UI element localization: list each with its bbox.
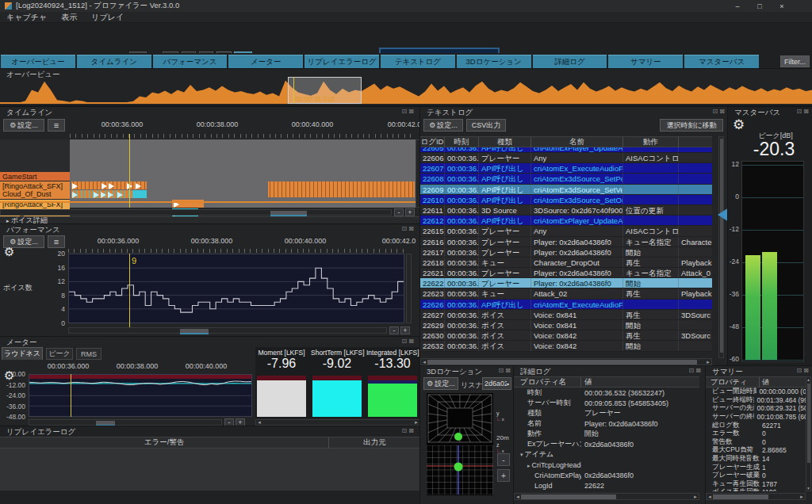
timeline-settings-button[interactable]: ⚙設定... xyxy=(3,119,44,132)
action-column-header[interactable]: 動作 xyxy=(623,137,679,147)
timeline-hscrollbar[interactable] xyxy=(0,209,392,216)
timeline-clip[interactable] xyxy=(133,190,147,198)
detail-log-table[interactable]: 時刻00:00:36.532 (36532247)サーバー時刻00:09:05.… xyxy=(514,388,699,491)
summary-row-ボイス再生回数[interactable]: ボイス再生回数1106 xyxy=(706,488,806,491)
performance-panel-icons[interactable]: ⊡⊠ xyxy=(402,225,416,232)
overview-waveform[interactable] xyxy=(0,78,812,104)
meter-zoom-in-button[interactable]: + xyxy=(236,418,245,426)
log-row-22627[interactable]: 2262700:00:36.549ボイスVoice: 0x841再生3DSour… xyxy=(420,310,712,320)
log-row-22605[interactable]: 2260500:00:36.515API呼び出しcriAtomExPlayer_… xyxy=(420,147,712,153)
loudness-cursor[interactable] xyxy=(71,374,71,417)
scroll-down-icon[interactable]: ▼ xyxy=(806,486,810,491)
summary-header[interactable]: プロパティ 値 xyxy=(706,376,806,388)
menu-replay[interactable]: リプレイ xyxy=(91,12,124,23)
summary-vscrollbar[interactable]: ▲ ▼ xyxy=(806,376,811,491)
kind-column-header[interactable]: 種類 xyxy=(479,137,531,147)
summary-hscrollbar[interactable]: ◄ ► xyxy=(706,493,806,500)
text-log-table-header[interactable]: ログID 時刻 種類 名前 動作 xyxy=(420,136,712,147)
log-row-22616[interactable]: 2261600:00:36.532プレーヤーPlayer: 0x2d6a0438… xyxy=(420,237,712,247)
viewport-3d[interactable] xyxy=(427,393,493,495)
tab-loudness[interactable]: ラウドネス xyxy=(2,347,43,360)
timeline-clip[interactable] xyxy=(268,181,415,197)
value-column-header[interactable]: 値 xyxy=(581,377,592,388)
jump-to-selected-time-button[interactable]: 選択時刻に移動 xyxy=(660,119,723,132)
timeline-cursor[interactable] xyxy=(129,134,130,208)
close-icon[interactable]: ⊠ xyxy=(719,108,726,115)
scroll-right-icon[interactable]: ► xyxy=(799,494,804,499)
log-row-22629[interactable]: 2262900:00:36.549ボイスVoice: 0x841開始 xyxy=(420,320,712,330)
tab-rms[interactable]: RMS xyxy=(76,348,102,360)
log-row-22617[interactable]: 2261700:00:36.532プレーヤーPlayer: 0x2d6a0438… xyxy=(420,247,712,258)
close-icon[interactable]: ⊠ xyxy=(505,367,512,374)
replay-position-marker[interactable] xyxy=(718,208,729,222)
scroll-right-icon[interactable]: ► xyxy=(414,420,419,425)
log-row-22618[interactable]: 2261800:00:36.532キューCharacter_DropOut再生P… xyxy=(420,258,712,268)
tab-6[interactable]: 3Dロケーション xyxy=(457,55,531,69)
scroll-up-icon[interactable]: ▲ xyxy=(806,377,810,382)
expand-arrow-icon[interactable]: ▾ xyxy=(520,452,524,457)
float-icon[interactable]: ⊡ xyxy=(402,427,409,434)
overview-cursor[interactable] xyxy=(293,77,294,104)
text-log-table[interactable]: 2260500:00:36.515API呼び出しcriAtomExPlayer_… xyxy=(420,147,712,357)
close-icon[interactable]: ⊠ xyxy=(408,108,416,115)
error-warning-column-header[interactable]: エラー/警告 xyxy=(0,437,329,448)
tab-4[interactable]: リプレイエラーログ xyxy=(304,55,379,69)
log-row-22622[interactable]: 2262200:00:36.532プレーヤーPlayer: 0x2d6a0438… xyxy=(420,278,712,288)
detail-row-名前[interactable]: 名前Player: 0x2d6a04386f0 xyxy=(514,418,699,429)
performance-chart[interactable] xyxy=(68,254,404,323)
performance-zoom-in-button[interactable]: + xyxy=(400,326,410,334)
detail-row-種類[interactable]: 種類プレーヤー xyxy=(514,408,699,418)
text-log-panel-icons[interactable]: ⊡⊠ xyxy=(713,108,726,115)
expand-arrow-icon[interactable]: ▸ xyxy=(527,463,531,468)
float-icon[interactable]: ⊡ xyxy=(797,108,804,115)
meter-panel-icons[interactable]: ⊡⊠ xyxy=(402,338,416,345)
filter-button[interactable]: Filter... xyxy=(780,55,810,67)
detail-row-動作[interactable]: 動作開始 xyxy=(514,429,699,439)
tab-5[interactable]: テキストログ xyxy=(381,55,455,69)
track-label-GameStart[interactable]: GameStart xyxy=(0,172,70,181)
close-icon[interactable]: ⊠ xyxy=(803,367,810,374)
maximize-button[interactable]: □ xyxy=(749,0,771,12)
error-log-header[interactable]: エラー/警告 出力元 xyxy=(0,437,420,449)
name-column-header[interactable]: 名前 xyxy=(531,137,623,147)
detail-row-サーバー時刻[interactable]: サーバー時刻00:09:05.853 (545853405) xyxy=(514,398,699,408)
summary-panel-icons[interactable]: ⊡⊠ xyxy=(797,367,810,374)
log-row-22632[interactable]: 2263200:00:36.549ボイスVoice: 0x842開始 xyxy=(420,341,712,351)
log-row-22610[interactable]: 2261000:00:36.532API呼び出しcriAtomEx3dSourc… xyxy=(420,195,712,205)
listener-dropdown[interactable]: 2d6a02f9▾ xyxy=(482,377,511,390)
detail-row-CriAtomExPlayerHn[interactable]: CriAtomExPlayerHn0x2d6a04386f0 xyxy=(514,470,699,480)
tab-2[interactable]: パフォーマンス xyxy=(153,55,228,69)
tab-1[interactable]: タイムライン xyxy=(77,55,151,69)
detail-log-header[interactable]: プロパティ名 値 xyxy=(514,376,699,388)
timeline-panel-icons[interactable]: ⊡⊠ xyxy=(402,108,416,115)
meter-hscrollbar[interactable] xyxy=(29,419,222,426)
location-3d-settings-button[interactable]: ⚙設定... xyxy=(423,377,458,390)
performance-cursor[interactable] xyxy=(129,254,130,329)
log-row-22606[interactable]: 2260600:00:36.515プレーヤーAnyAISACコントロール値の設定 xyxy=(420,153,712,163)
close-icon[interactable]: ⊠ xyxy=(408,225,416,232)
detail-row-Exプレーヤーハンドル[interactable]: Exプレーヤーハンドル0x2d6a04386f0 xyxy=(514,439,699,449)
log-row-22623[interactable]: 2262300:00:36.532キューAttack_02再生Playback xyxy=(420,288,712,299)
summary-table[interactable]: ビュー開始時刻00:00:00.000 (0)ビュー終端時刻00:01:39.4… xyxy=(706,388,806,491)
tab-0[interactable]: オーバービュー xyxy=(1,55,75,69)
menu-capture[interactable]: キャプチャ xyxy=(6,12,47,23)
float-icon[interactable]: ⊡ xyxy=(402,225,409,232)
detail-row-CriTcpLogHeader[interactable]: ▸ CriTcpLogHeader xyxy=(514,460,699,470)
error-log-panel-icons[interactable]: ⊡⊠ xyxy=(402,427,416,434)
close-button[interactable]: × xyxy=(771,0,793,12)
log-row-22615[interactable]: 2261500:00:36.532プレーヤーAnyAISACコントロール値の設定 xyxy=(420,226,712,236)
master-bus-panel-icons[interactable]: ⊡⊠ xyxy=(797,108,810,115)
csv-export-button[interactable]: CSV出力 xyxy=(466,119,506,132)
minimize-button[interactable]: – xyxy=(726,0,749,12)
timeline-track-area[interactable]: GameStart[RingoAttack_SFX]Cloud_Of_Dust[… xyxy=(0,139,416,208)
loudness-chart[interactable] xyxy=(29,374,252,417)
scroll-right-icon[interactable]: ► xyxy=(693,494,698,499)
float-icon[interactable]: ⊡ xyxy=(402,108,409,115)
log-row-22626[interactable]: 2262600:00:36.532API呼び出しcriAtomEx_Execut… xyxy=(420,300,712,310)
lkfs-hscrollbar[interactable]: ◄ ► xyxy=(255,419,420,426)
timeline-menu-button[interactable]: ≡ xyxy=(48,119,65,132)
time-column-header[interactable]: 時刻 xyxy=(445,137,479,147)
text-log-hscrollbar[interactable]: ◄ ► xyxy=(420,358,712,365)
tab-8[interactable]: サマリー xyxy=(608,55,683,69)
tab-3[interactable]: メーター xyxy=(228,55,303,69)
